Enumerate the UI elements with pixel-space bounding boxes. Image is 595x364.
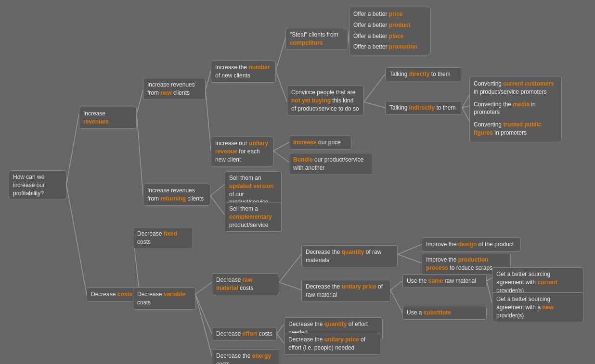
node-increase_revenues: Increase revenues: [79, 107, 137, 129]
svg-line-30: [390, 281, 402, 290]
svg-line-27: [279, 282, 301, 290]
svg-line-35: [277, 334, 284, 343]
node-root: How can we increase our profitability?: [9, 170, 66, 200]
offer-group: Offer a better priceOffer a better produ…: [349, 7, 431, 55]
node-increase_price: Increase our price: [289, 136, 351, 150]
node-decrease_unitary_effort: Decrease the unitary price of effort (i.…: [284, 333, 380, 355]
svg-line-23: [195, 282, 212, 294]
node-increase_number: Increase the number of new clients: [211, 61, 276, 83]
node-converting_trusted: Converting trusted public figures in pro…: [472, 119, 559, 138]
svg-line-2: [137, 90, 143, 114]
node-convince_people: Convince people that are not yet buying …: [287, 86, 364, 115]
node-steal_clients: "Steal" clients from competitors: [285, 28, 348, 50]
node-converting_current: Converting current customers in product/…: [472, 78, 559, 98]
svg-line-3: [137, 114, 143, 196]
svg-line-17: [273, 142, 289, 151]
svg-line-12: [364, 74, 385, 102]
node-sell_complementary: Sell them a complementary product/servic…: [225, 202, 282, 232]
svg-line-25: [195, 294, 212, 356]
node-use_same: Use the same raw material: [402, 274, 487, 288]
svg-line-33: [487, 281, 492, 303]
node-decrease_fixed: Decrease fixed costs: [133, 227, 193, 249]
node-offer_place: Offer a better place: [351, 31, 428, 41]
svg-line-20: [210, 196, 225, 215]
node-decrease_costs: Decrease costs: [87, 288, 140, 301]
node-increase_unitary: Increase our unitary revenue for each ne…: [211, 137, 273, 166]
svg-line-4: [206, 71, 211, 90]
node-use_substitute: Use a substitute: [402, 306, 487, 320]
node-decrease_energy: Decrease the energy costs: [212, 349, 279, 364]
convert-group: Converting current customers in product/…: [469, 76, 562, 142]
node-rev_returning: Increase revenues from returning clients: [143, 184, 210, 206]
node-decrease_variable: Decrease variable costs: [133, 288, 195, 310]
node-offer_product: Offer a better product: [351, 20, 428, 30]
svg-line-34: [277, 324, 284, 334]
node-talking_indirectly: Talking indirectly to them: [385, 101, 462, 115]
svg-line-26: [279, 254, 301, 282]
node-offer_price: Offer a better price: [351, 9, 428, 19]
svg-line-19: [210, 184, 225, 196]
svg-line-1: [66, 185, 87, 295]
node-converting_media: Converting the media in promoters: [472, 99, 559, 118]
node-rev_new_clients: Increase revenues from new clients: [143, 78, 206, 100]
node-decrease_effort: Decrease effort costs: [212, 327, 277, 341]
svg-line-32: [487, 278, 492, 281]
svg-line-31: [390, 290, 402, 313]
svg-line-13: [364, 102, 385, 108]
node-decrease_unitary_raw: Decrease the unitary price of raw materi…: [301, 280, 390, 302]
node-decrease_quantity_raw: Decrease the quantity of raw materials: [301, 245, 398, 267]
svg-line-28: [398, 244, 422, 254]
node-bundle: Bundle our product/service with another: [289, 153, 373, 175]
svg-line-6: [276, 38, 285, 71]
node-improve_design: Improve the design of the product: [422, 238, 520, 251]
svg-line-24: [195, 294, 212, 334]
svg-line-18: [273, 151, 289, 162]
svg-line-0: [66, 114, 79, 185]
svg-line-29: [398, 254, 422, 263]
svg-line-7: [276, 71, 287, 102]
node-offer_promotion: Offer a better promotion: [351, 42, 428, 52]
node-better_new: Get a better sourcing agreement with a n…: [492, 292, 583, 322]
svg-line-5: [206, 90, 211, 151]
node-decrease_raw_material: Decrease raw material costs: [212, 273, 279, 295]
node-talking_directly: Talking directly to them: [385, 67, 462, 81]
